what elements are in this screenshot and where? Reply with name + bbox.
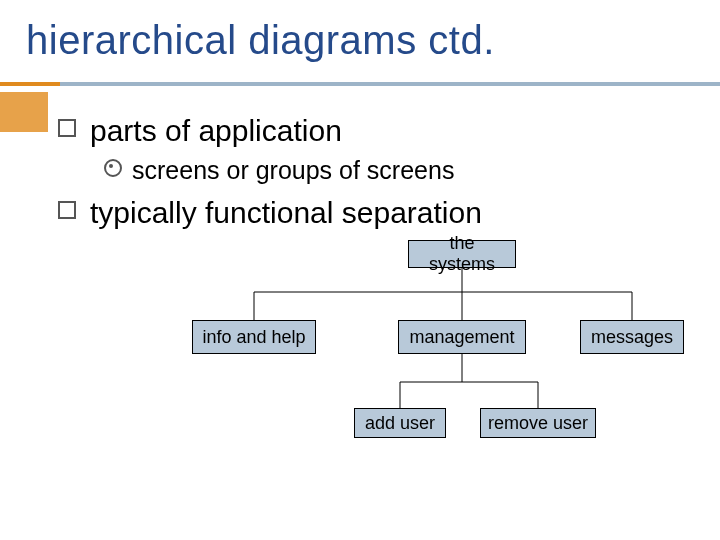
bullet-text: typically functional separation xyxy=(90,196,482,229)
bullet-level1-2: typically functional separation xyxy=(58,196,482,230)
bullet-text: screens or groups of screens xyxy=(132,156,454,184)
circle-bullet-icon xyxy=(104,159,122,177)
node-add-user: add user xyxy=(354,408,446,438)
bullet-level1-1: parts of application xyxy=(58,114,342,148)
node-management: management xyxy=(398,320,526,354)
node-messages: messages xyxy=(580,320,684,354)
bullet-text: parts of application xyxy=(90,114,342,147)
square-bullet-icon xyxy=(58,201,76,219)
divider-accent xyxy=(0,82,60,86)
slide: hierarchical diagrams ctd. parts of appl… xyxy=(0,0,720,540)
node-info-help: info and help xyxy=(192,320,316,354)
square-bullet-icon xyxy=(58,119,76,137)
slide-title: hierarchical diagrams ctd. xyxy=(26,18,495,63)
node-root: the systems xyxy=(408,240,516,268)
decorative-block xyxy=(0,92,48,132)
divider xyxy=(0,82,720,86)
bullet-level2-1: screens or groups of screens xyxy=(104,156,454,185)
connectors xyxy=(0,0,720,540)
node-remove-user: remove user xyxy=(480,408,596,438)
